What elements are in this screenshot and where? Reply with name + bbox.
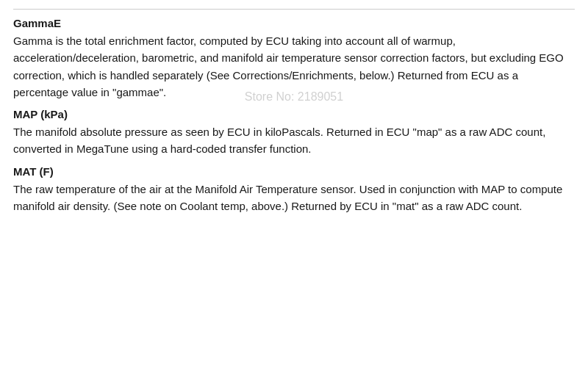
section-mat-title: MAT (F) [13,165,575,178]
section-mat: MAT (F) The raw temperature of the air a… [13,165,575,215]
top-divider [13,9,575,10]
section-map-title: MAP (kPa) [13,108,575,120]
section-map-body: The manifold absolute pressure as seen b… [13,123,575,158]
section-gamma-title: GammaE [13,17,575,29]
section-gamma: GammaE Gamma is the total enrichment fac… [13,17,575,101]
section-map: MAP (kPa) The manifold absolute pressure… [13,108,575,158]
section-gamma-body: Gamma is the total enrichment factor, co… [13,32,575,101]
section-mat-body: The raw temperature of the air at the Ma… [13,181,575,215]
main-content: GammaE Gamma is the total enrichment fac… [0,0,588,231]
